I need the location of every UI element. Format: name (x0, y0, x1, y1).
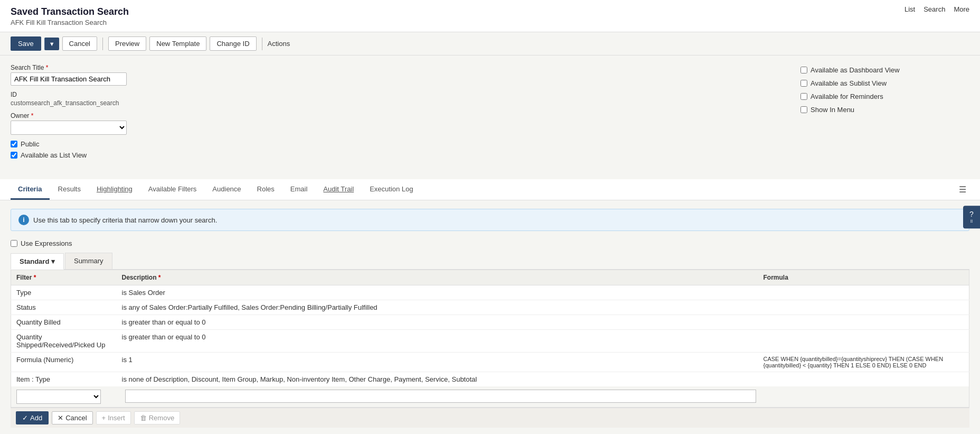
id-label: ID (11, 91, 779, 98)
tab-execution-log[interactable]: Execution Log (362, 180, 420, 200)
table-row: Quantity Shipped/Received/Picked Up is g… (11, 330, 969, 353)
actions-menu[interactable]: Actions (268, 40, 290, 48)
plus-icon: + (102, 414, 106, 422)
save-button[interactable]: Save (11, 36, 41, 51)
tab-audit-trail[interactable]: Audit Trail (316, 180, 361, 200)
nav-more[interactable]: More (954, 5, 969, 13)
tab-available-filters[interactable]: Available Filters (141, 180, 204, 200)
col-formula: Formula (758, 270, 969, 285)
trash-icon: 🗑 (140, 414, 147, 422)
sublist-view-checkbox[interactable] (800, 80, 807, 87)
id-group: ID customsearch_afk_transaction_search (11, 91, 779, 107)
show-in-menu-label: Show In Menu (811, 106, 854, 114)
description-cell: is 1 (117, 353, 758, 372)
tab-criteria[interactable]: Criteria (11, 180, 50, 200)
cancel-button[interactable]: Cancel (62, 36, 97, 51)
add-description-input[interactable] (125, 390, 756, 403)
formula-cell (758, 300, 969, 315)
criteria-table-wrapper: Filter * Description * Formula Type is S… (0, 270, 980, 428)
public-label: Public (21, 140, 39, 148)
tab-email[interactable]: Email (283, 180, 315, 200)
use-expressions-row: Use Expressions (11, 239, 969, 247)
add-row (11, 386, 969, 408)
page-title: Saved Transaction Search (11, 6, 969, 17)
id-value: customsearch_afk_transaction_search (11, 99, 779, 107)
toolbar-divider (102, 38, 103, 50)
owner-select[interactable] (11, 121, 127, 135)
bottom-toolbar: ✓ Add ✕ Cancel + Insert 🗑 Remove (11, 408, 969, 428)
remove-button[interactable]: 🗑 Remove (134, 411, 180, 424)
toolbar: Save ▼ Cancel Preview New Template Chang… (0, 32, 980, 56)
filter-cell: Status (11, 300, 117, 315)
public-checkbox-row: Public (11, 140, 779, 148)
tab-highlighting[interactable]: Highlighting (89, 180, 140, 200)
search-title-group: Search Title * (11, 64, 779, 86)
sub-tabs-container: Standard ▾ Summary (0, 253, 980, 270)
table-row: Item : Type is none of Description, Disc… (11, 372, 969, 387)
sub-tab-standard[interactable]: Standard ▾ (11, 253, 64, 270)
tab-results[interactable]: Results (51, 180, 88, 200)
col-description: Description * (117, 270, 758, 285)
info-icon: i (18, 215, 29, 225)
cancel-add-button[interactable]: ✕ Cancel (52, 411, 92, 424)
reminders-row: Available for Reminders (800, 93, 969, 100)
nav-search[interactable]: Search (924, 5, 945, 13)
search-title-label: Search Title * (11, 64, 779, 71)
formula-cell: CASE WHEN {quantitybilled}={quantityship… (758, 353, 969, 372)
available-list-view-checkbox[interactable] (11, 152, 17, 159)
reminders-checkbox[interactable] (800, 93, 807, 100)
toolbar-divider2 (262, 38, 262, 50)
sublist-view-row: Available as Sublist View (800, 79, 969, 87)
criteria-table: Filter * Description * Formula Type is S… (11, 270, 969, 408)
use-expressions-checkbox[interactable] (11, 240, 17, 247)
dashboard-view-label: Available as Dashboard View (811, 66, 900, 74)
main-tabs: Criteria Results Highlighting Available … (0, 179, 980, 200)
tab-settings-icon[interactable]: ☰ (956, 179, 969, 200)
sub-tabs: Standard ▾ Summary (11, 253, 969, 270)
sub-tab-summary[interactable]: Summary (65, 253, 112, 269)
tab-audience[interactable]: Audience (205, 180, 248, 200)
checkmark-icon: ✓ (22, 414, 28, 422)
show-in-menu-row: Show In Menu (800, 106, 969, 114)
public-checkbox[interactable] (11, 141, 17, 147)
change-id-button[interactable]: Change ID (210, 36, 256, 51)
side-help-widget[interactable]: ? ⠿ (963, 206, 980, 229)
dashboard-view-row: Available as Dashboard View (800, 66, 969, 74)
use-expressions-label: Use Expressions (21, 239, 72, 247)
table-row: Type is Sales Order (11, 285, 969, 300)
search-title-input[interactable] (11, 72, 127, 86)
owner-group: Owner * (11, 112, 779, 135)
main-content: Search Title * ID customsearch_afk_trans… (0, 56, 980, 179)
add-filter-select[interactable] (16, 390, 101, 404)
filter-cell: Formula (Numeric) (11, 353, 117, 372)
table-row: Quantity Billed is greater than or equal… (11, 315, 969, 330)
filter-cell: Type (11, 285, 117, 300)
info-text: Use this tab to specify criteria that na… (33, 216, 217, 224)
description-cell: is any of Sales Order:Partially Fulfille… (117, 300, 758, 315)
formula-cell (758, 372, 969, 387)
dashboard-view-checkbox[interactable] (800, 67, 807, 73)
sublist-view-label: Available as Sublist View (811, 79, 887, 87)
info-box: i Use this tab to specify criteria that … (11, 209, 969, 231)
owner-label: Owner * (11, 112, 779, 119)
form-right: Available as Dashboard View Available as… (800, 66, 969, 162)
add-button[interactable]: ✓ Add (16, 411, 49, 424)
save-dropdown-button[interactable]: ▼ (44, 38, 59, 50)
available-list-view-label: Available as List View (21, 151, 87, 159)
show-in-menu-checkbox[interactable] (800, 106, 807, 113)
filter-cell: Quantity Shipped/Received/Picked Up (11, 330, 117, 353)
nav-list[interactable]: List (904, 5, 915, 13)
page-header: Saved Transaction Search AFK Fill Kill T… (0, 0, 980, 32)
help-dots: ⠿ (970, 219, 973, 225)
new-template-button[interactable]: New Template (149, 36, 206, 51)
filter-cell: Item : Type (11, 372, 117, 387)
tab-roles[interactable]: Roles (250, 180, 282, 200)
preview-button[interactable]: Preview (108, 36, 146, 51)
filter-cell: Quantity Billed (11, 315, 117, 330)
table-row: Status is any of Sales Order:Partially F… (11, 300, 969, 315)
question-icon: ? (969, 210, 974, 218)
formula-cell (758, 330, 969, 353)
insert-button[interactable]: + Insert (96, 411, 131, 424)
x-icon: ✕ (58, 414, 63, 422)
form-section: Search Title * ID customsearch_afk_trans… (11, 64, 969, 162)
